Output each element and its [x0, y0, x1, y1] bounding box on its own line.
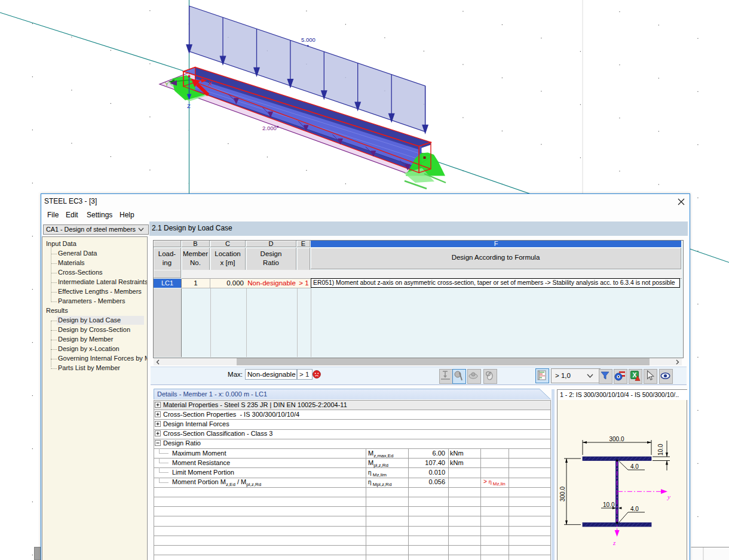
- svg-text:300.0: 300.0: [559, 487, 566, 501]
- svg-text:X: X: [209, 80, 213, 87]
- svg-text:Y: Y: [165, 81, 169, 87]
- svg-text:4.0: 4.0: [630, 506, 639, 512]
- svg-text:Z: Z: [187, 103, 191, 109]
- svg-text:X: X: [632, 371, 636, 379]
- svg-text:300.0: 300.0: [609, 436, 624, 442]
- svg-text:2.000: 2.000: [262, 125, 277, 131]
- svg-text:y: y: [667, 493, 670, 500]
- svg-text:5.000: 5.000: [301, 36, 316, 43]
- svg-text:10.0: 10.0: [603, 501, 615, 508]
- svg-text:4.0: 4.0: [630, 463, 639, 470]
- svg-text:10.0: 10.0: [657, 444, 664, 456]
- svg-text:z: z: [612, 539, 616, 546]
